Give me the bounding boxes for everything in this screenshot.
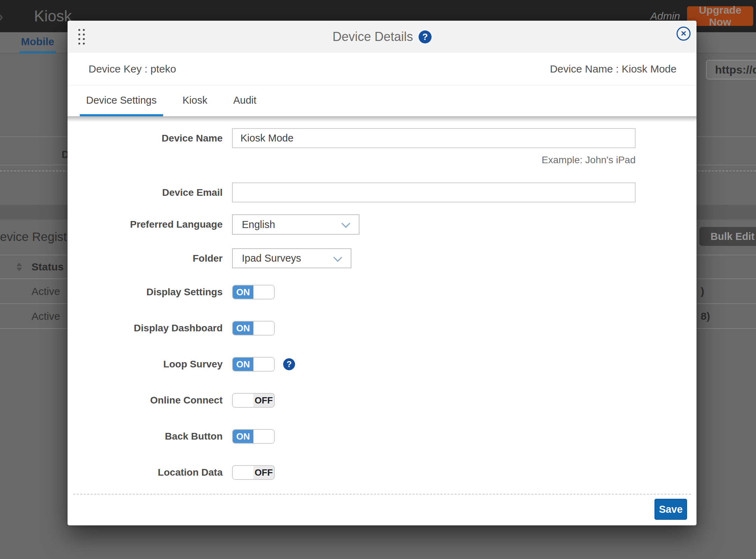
loop-survey-help-icon[interactable]: ? (283, 358, 295, 370)
modal-body: Device Name Example: John's iPad Device … (68, 116, 696, 480)
bulk-edit-devices-button[interactable]: Bulk Edit Dev (699, 227, 756, 246)
folder-value: Ipad Surveys (242, 253, 301, 264)
device-details-modal: Device Details ? ✕ Device Key : pteko De… (68, 21, 696, 525)
upgrade-now-button[interactable]: Upgrade Now (687, 6, 753, 26)
save-button[interactable]: Save (654, 499, 687, 520)
folder-label: Folder (68, 253, 232, 264)
sort-icon[interactable] (16, 262, 22, 271)
back-button-label: Back Button (68, 431, 232, 442)
online-connect-toggle[interactable]: OFF (232, 393, 275, 408)
preferred-language-value: English (242, 219, 275, 230)
folder-select[interactable]: Ipad Surveys (232, 248, 351, 268)
device-name-text: Device Name : Kiosk Mode (550, 63, 677, 75)
location-data-toggle[interactable]: OFF (232, 465, 275, 480)
tab-device-settings[interactable]: Device Settings (80, 86, 163, 116)
device-name-input[interactable] (232, 128, 636, 148)
device-key-text: Device Key : pteko (89, 63, 176, 75)
display-settings-toggle[interactable]: ON (232, 285, 275, 299)
loop-survey-toggle[interactable]: ON (232, 357, 275, 372)
drag-handle-icon[interactable] (77, 28, 86, 46)
tab-audit[interactable]: Audit (227, 86, 262, 116)
device-name-label: Device Name (68, 133, 232, 144)
device-email-input[interactable] (232, 182, 636, 202)
modal-footer: Save (73, 494, 691, 525)
help-icon[interactable]: ? (419, 30, 432, 43)
device-key-row: Device Key : pteko Device Name : Kiosk M… (68, 53, 696, 85)
preferred-language-select[interactable]: English (232, 214, 359, 235)
display-dashboard-toggle[interactable]: ON (232, 321, 275, 336)
page-title: Kiosk (34, 7, 72, 25)
device-email-label: Device Email (68, 187, 232, 198)
modal-header: Device Details ? ✕ (68, 21, 696, 53)
row-fragment: ) (701, 285, 704, 297)
device-name-hint: Example: John's iPad (232, 155, 636, 165)
modal-tab-bar: Device Settings Kiosk Audit (68, 85, 696, 116)
page: › Kiosk Admin Upgrade Now Mobile https:/… (0, 0, 756, 559)
back-button-toggle[interactable]: ON (232, 429, 275, 444)
display-dashboard-label: Display Dashboard (68, 323, 232, 334)
display-settings-label: Display Settings (68, 287, 232, 298)
admin-menu[interactable]: Admin (650, 10, 680, 22)
chevron-down-icon (341, 219, 350, 228)
share-url-input[interactable]: https://qa. (706, 60, 756, 80)
status-cell: Active (31, 310, 60, 322)
row-fragment: 8) (701, 310, 710, 322)
location-data-label: Location Data (68, 467, 232, 478)
device-registration-heading: evice Registr (0, 230, 71, 244)
loop-survey-label: Loop Survey (68, 359, 232, 370)
online-connect-label: Online Connect (68, 395, 232, 406)
chevron-down-icon (333, 253, 342, 262)
tab-kiosk[interactable]: Kiosk (176, 86, 214, 116)
modal-title: Device Details (332, 29, 413, 44)
status-column-header[interactable]: Status (31, 261, 64, 273)
tab-mobile[interactable]: Mobile (19, 32, 56, 54)
preferred-language-label: Preferred Language (68, 219, 232, 230)
breadcrumb-chevron-icon: › (0, 0, 3, 32)
close-icon[interactable]: ✕ (677, 27, 691, 41)
status-cell: Active (31, 285, 60, 297)
